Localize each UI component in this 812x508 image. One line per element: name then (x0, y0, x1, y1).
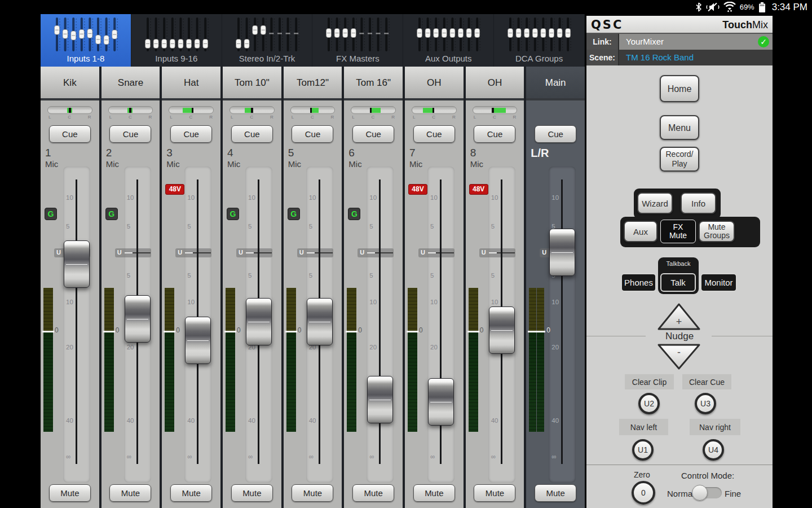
nudge-up-button[interactable]: + (657, 303, 701, 331)
mute-button[interactable]: Mute (535, 484, 576, 502)
fader-knob[interactable] (246, 298, 272, 345)
unity-label: U (117, 249, 122, 256)
channel-name-header[interactable]: Hat (162, 67, 220, 100)
qsc-logo: QSC (591, 18, 623, 32)
fader-slot-line (76, 179, 77, 464)
toggle-knob[interactable] (692, 485, 708, 501)
pan-control[interactable]: LCR (108, 106, 153, 121)
meter-zero-tick (346, 331, 358, 332)
mute-groups-button[interactable]: Mute Groups (699, 221, 735, 242)
scene-value[interactable]: TM 16 Rock Band (626, 50, 694, 65)
pan-control[interactable]: LCR (230, 106, 275, 121)
tab-dca-groups[interactable]: DCA Groups (494, 14, 585, 67)
fader-knob[interactable] (307, 298, 333, 345)
pan-label-r: R (452, 115, 456, 120)
divider (712, 336, 773, 336)
unity-dash (125, 252, 133, 253)
mute-button[interactable]: Mute (49, 484, 91, 502)
wizard-button[interactable]: Wizard (637, 192, 673, 214)
meter-zero-tick (103, 331, 115, 332)
control-mode-label: Control Mode: (681, 471, 734, 480)
tab-label: Inputs 9-16 (155, 54, 197, 64)
channel-name-header[interactable]: Main (526, 67, 585, 100)
cue-button[interactable]: Cue (170, 125, 212, 143)
clock: 3:34 PM (772, 2, 807, 13)
tab-stereo-in-2-trk[interactable]: Stereo In/2-Trk (222, 14, 313, 67)
mute-button[interactable]: Mute (413, 484, 455, 502)
channel-number: 7 (409, 147, 416, 159)
zero-button[interactable]: 0 (632, 481, 655, 505)
pan-control[interactable]: LCR (412, 106, 457, 121)
channel-name-header[interactable]: Snare (102, 67, 160, 100)
cue-button[interactable]: Cue (292, 125, 333, 143)
tab-aux-outputs[interactable]: Aux Outputs (403, 14, 494, 67)
monitor-button[interactable]: Monitor (700, 273, 737, 292)
cue-button[interactable]: Cue (109, 125, 151, 143)
pan-scale-labels: LCR (231, 115, 273, 120)
cue-button[interactable]: Cue (474, 125, 515, 143)
unity-line (497, 252, 515, 253)
user-button-u1[interactable]: U1 (632, 439, 654, 461)
user-button-u3[interactable]: U3 (695, 393, 716, 414)
mute-button[interactable]: Mute (292, 484, 333, 502)
phones-button[interactable]: Phones (621, 273, 656, 292)
pan-control[interactable]: LCR (473, 106, 518, 121)
mini-faders-icon (414, 16, 483, 52)
channel-name-header[interactable]: Kik (41, 67, 99, 100)
unity-label: U (56, 249, 61, 256)
cue-button[interactable]: Cue (413, 125, 455, 143)
talk-button[interactable]: Talk (660, 273, 696, 292)
mute-button[interactable]: Mute (231, 484, 273, 502)
home-button[interactable]: Home (660, 75, 699, 102)
fader-knob[interactable] (489, 306, 515, 354)
pan-control[interactable]: LCR (169, 106, 214, 121)
control-mode-toggle[interactable] (694, 487, 722, 498)
fader-knob[interactable] (549, 229, 575, 276)
menu-button[interactable]: Menu (660, 115, 699, 140)
mute-button[interactable]: Mute (109, 484, 151, 502)
channel-strips: KikLCRCue1MicG1055102040∞U0MuteSnareLCRC… (41, 67, 585, 508)
cue-button[interactable]: Cue (231, 125, 273, 143)
aux-button[interactable]: Aux (624, 221, 657, 242)
pan-control[interactable]: LCR (47, 106, 92, 121)
mute-button[interactable]: Mute (474, 484, 515, 502)
channel-name-header[interactable]: Tom 10" (223, 67, 281, 100)
mute-button[interactable]: Mute (170, 484, 212, 502)
fader-knob[interactable] (367, 376, 393, 423)
user-button-u4[interactable]: U4 (703, 439, 724, 461)
meter-zero-label: 0 (176, 326, 180, 334)
fader-knob[interactable] (428, 378, 454, 426)
fx-mute-button[interactable]: FX Mute (660, 220, 696, 243)
pan-green-indicator (372, 108, 381, 113)
channel-name-header[interactable]: Tom 16" (344, 67, 403, 100)
unity-line (254, 252, 272, 253)
tab-fx-masters[interactable]: FX Masters (312, 14, 403, 67)
nudge-down-button[interactable]: - (657, 343, 701, 370)
channel-name-header[interactable]: OH (466, 67, 524, 100)
record-play-button[interactable]: Record/ Play (660, 147, 699, 172)
meter-zero-label: 0 (298, 326, 302, 334)
fader-knob[interactable] (125, 295, 151, 343)
channel-type-label: Mic (227, 159, 240, 169)
tab-inputs-1-8[interactable]: Inputs 1-8 (41, 14, 131, 67)
user-button-u2[interactable]: U2 (638, 393, 660, 414)
cue-button[interactable]: Cue (535, 125, 576, 143)
unity-label: U (542, 249, 546, 256)
mute-button[interactable]: Mute (352, 484, 394, 502)
unity-line (133, 252, 151, 253)
tab-inputs-9-16[interactable]: Inputs 9-16 (131, 14, 222, 67)
pan-label-c: C (432, 115, 435, 120)
cue-button[interactable]: Cue (49, 125, 91, 143)
mini-faders-icon (505, 16, 573, 52)
info-button[interactable]: Info (681, 192, 716, 214)
pan-scale-labels: LCR (109, 115, 152, 120)
pan-label-c: C (129, 115, 132, 120)
fader-knob[interactable] (185, 317, 211, 364)
pan-control[interactable]: LCR (351, 106, 396, 121)
cue-button[interactable]: Cue (352, 125, 394, 143)
channel-name-header[interactable]: Tom12" (284, 67, 342, 100)
channel-name-header[interactable]: OH (405, 67, 464, 100)
pan-green-indicator (312, 108, 319, 113)
pan-control[interactable]: LCR (290, 106, 336, 121)
fader-knob[interactable] (64, 240, 90, 288)
